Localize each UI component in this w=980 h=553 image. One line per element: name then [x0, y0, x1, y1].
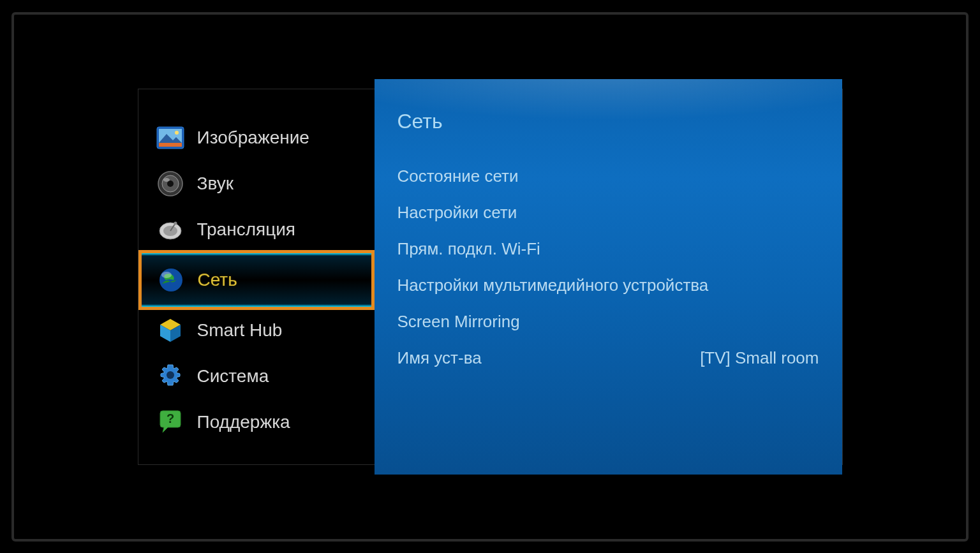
content-panel: Сеть Состояние сети Настройки сети Прям.…: [375, 79, 842, 475]
sidebar-item-picture[interactable]: Изображение: [138, 115, 375, 161]
sidebar-item-support[interactable]: ? Поддержка: [138, 399, 375, 445]
panel-title: Сеть: [397, 110, 819, 133]
support-icon: ?: [156, 408, 184, 436]
sidebar-item-network[interactable]: Сеть: [138, 250, 375, 310]
globe-icon: [157, 266, 185, 294]
speaker-icon: [156, 170, 184, 198]
svg-point-12: [174, 221, 177, 225]
option-multimedia-device[interactable]: Настройки мультимедийного устройства: [397, 276, 819, 295]
sidebar-item-label: Поддержка: [197, 412, 290, 432]
option-label: Состояние сети: [397, 166, 519, 186]
svg-point-18: [167, 371, 174, 379]
sidebar-item-label: Smart Hub: [197, 320, 283, 341]
cube-icon: [156, 316, 184, 344]
sidebar-item-smarthub[interactable]: Smart Hub: [138, 307, 375, 353]
picture-icon: [156, 124, 184, 152]
sidebar: Изображение Звук: [138, 89, 375, 464]
option-wifi-direct[interactable]: Прям. подкл. Wi-Fi: [397, 239, 819, 259]
option-value: [TV] Small room: [700, 348, 819, 368]
sidebar-item-sound[interactable]: Звук: [138, 161, 375, 207]
svg-point-8: [163, 178, 170, 182]
gear-icon: [156, 362, 184, 390]
svg-point-13: [160, 269, 182, 291]
option-label: Настройки сети: [397, 203, 517, 223]
option-label: Настройки мультимедийного устройства: [397, 276, 709, 295]
tv-bezel: Изображение Звук: [11, 12, 969, 542]
sidebar-item-label: Изображение: [197, 128, 309, 148]
option-label: Имя уст-ва: [397, 348, 482, 368]
svg-text:?: ?: [166, 411, 174, 425]
option-network-settings[interactable]: Настройки сети: [397, 203, 819, 223]
option-device-name[interactable]: Имя уст-ва [TV] Small room: [397, 348, 819, 368]
menu-frame: Изображение Звук: [138, 89, 843, 465]
svg-rect-4: [159, 143, 182, 147]
svg-point-14: [161, 272, 172, 278]
option-label: Screen Mirroring: [397, 312, 520, 332]
svg-point-3: [175, 131, 179, 135]
sidebar-item-label: Система: [197, 366, 269, 387]
sidebar-item-label: Трансляция: [197, 219, 295, 240]
option-label: Прям. подкл. Wi-Fi: [397, 239, 540, 259]
sidebar-item-label: Звук: [197, 173, 234, 194]
option-network-status[interactable]: Состояние сети: [397, 166, 819, 186]
sidebar-item-system[interactable]: Система: [138, 353, 375, 399]
sidebar-item-broadcast[interactable]: Трансляция: [138, 207, 375, 253]
dish-icon: [156, 216, 184, 244]
option-screen-mirroring[interactable]: Screen Mirroring: [397, 312, 819, 332]
sidebar-item-label: Сеть: [198, 270, 237, 290]
